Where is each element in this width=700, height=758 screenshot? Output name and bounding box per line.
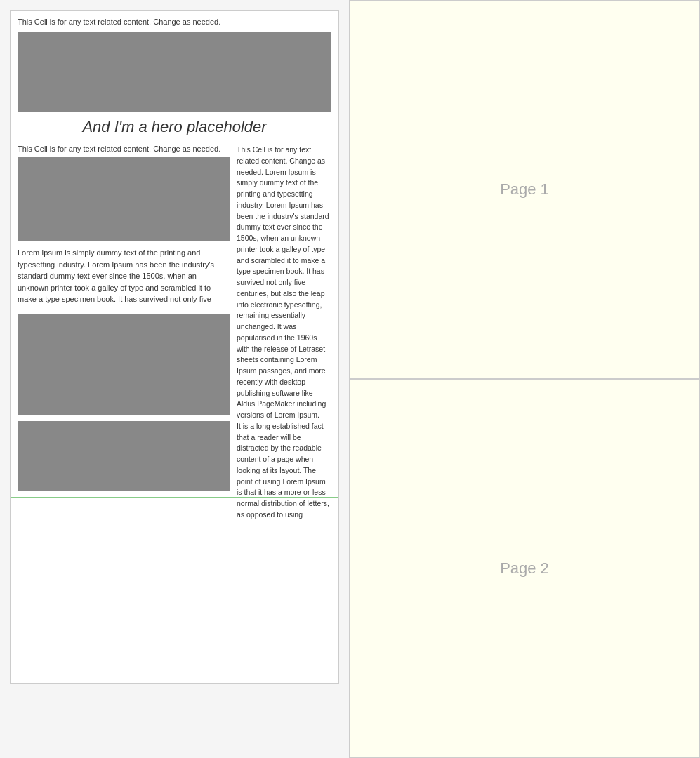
left-col-image-2 [18,314,230,415]
page-2-label: Page 2 [500,559,549,578]
left-col-body-text: Lorem Ipsum is simply dummy text of the … [18,247,230,305]
right-col-text: This Cell is for any text related conten… [237,145,331,521]
left-panel: This Cell is for any text related conten… [0,0,349,758]
page-break-line [11,497,338,498]
page-content: This Cell is for any text related conten… [10,10,339,684]
left-col-image-1 [18,157,230,241]
two-col-section: This Cell is for any text related conten… [18,145,331,521]
hero-title: And I'm a hero placeholder [18,118,331,136]
page-1-label: Page 1 [500,180,549,199]
page-2-block: Page 2 [349,379,700,758]
page-1-block: Page 1 [349,0,700,379]
top-cell-label: This Cell is for any text related conten… [18,18,331,26]
left-column: This Cell is for any text related conten… [18,145,230,521]
left-col-image-3 [18,421,230,491]
left-col-cell-label: This Cell is for any text related conten… [18,145,230,153]
right-panel: Page 1 Page 2 [349,0,700,758]
hero-image [18,32,331,112]
right-column: This Cell is for any text related conten… [237,145,331,521]
